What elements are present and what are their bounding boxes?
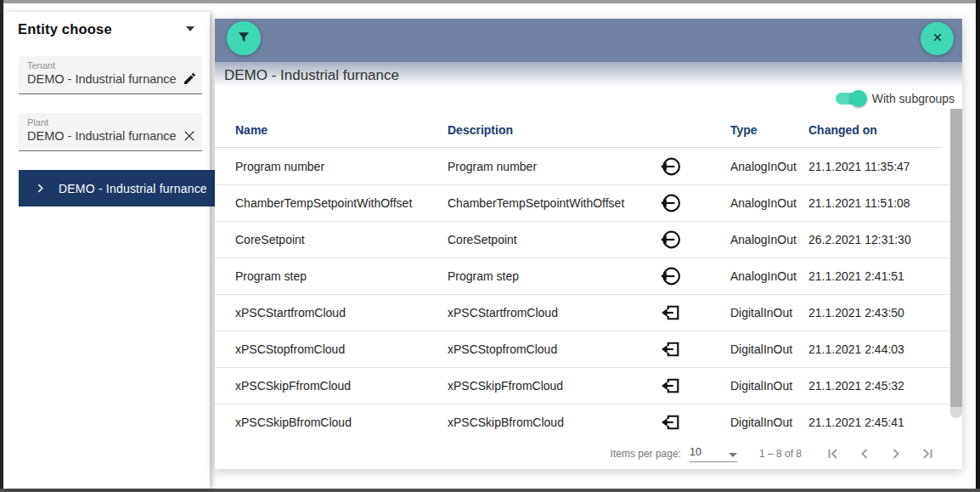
column-header-type[interactable]: Type	[730, 123, 808, 137]
table-row[interactable]: xPSCStopfromCloudxPSCStopfromCloudDigita…	[215, 331, 962, 368]
table-row[interactable]: Program numberProgram numberAnalogInOut2…	[215, 149, 962, 185]
column-header-changed-on[interactable]: Changed on	[808, 123, 942, 137]
row-description: xPSCSkipBfromCloud	[448, 416, 650, 429]
row-changed-on: 21.1.2021 2:41:51	[808, 269, 962, 283]
chevron-right-icon	[35, 183, 46, 194]
with-subgroups-toggle[interactable]	[836, 93, 865, 105]
select-caret-icon	[729, 453, 737, 457]
last-page-button[interactable]	[916, 443, 938, 465]
row-description: Program step	[448, 269, 650, 283]
column-header-description[interactable]: Description	[448, 123, 650, 137]
io-circle-arrow-icon	[650, 229, 730, 251]
row-type: DigitalInOut	[730, 342, 808, 356]
row-name: xPSCStartfromCloud	[235, 306, 448, 320]
table-body: Program numberProgram numberAnalogInOut2…	[215, 149, 962, 438]
table-row[interactable]: CoreSetpointCoreSetpointAnalogInOut26.2.…	[215, 222, 962, 258]
row-changed-on: 21.1.2021 2:44:03	[808, 342, 962, 356]
row-name: xPSCStopfromCloud	[235, 342, 448, 356]
tenant-field[interactable]: Tenant DEMO - Industrial furnance	[19, 56, 202, 94]
row-type: AnalogInOut	[730, 160, 808, 173]
row-type: DigitalInOut	[730, 416, 808, 429]
row-changed-on: 21.1.2021 11:51:08	[808, 196, 962, 210]
with-subgroups-row: With subgroups	[836, 89, 955, 108]
window-border-top	[0, 0, 980, 3]
row-changed-on: 21.1.2021 11:35:47	[808, 160, 962, 173]
plant-field[interactable]: Plant DEMO - Industrial furnance	[19, 113, 202, 151]
row-changed-on: 26.2.2021 12:31:30	[808, 233, 962, 246]
row-name: Program step	[235, 269, 448, 283]
toggle-knob	[850, 90, 867, 107]
row-name: Program number	[235, 160, 448, 173]
row-type: DigitalInOut	[730, 379, 808, 393]
row-name: xPSCSkipFfromCloud	[235, 379, 448, 393]
edit-pencil-icon[interactable]	[183, 71, 197, 86]
io-circle-arrow-icon	[650, 192, 730, 214]
row-name: ChamberTempSetpointWithOffset	[235, 196, 448, 210]
io-square-arrow-icon	[650, 411, 730, 433]
pagination-nav	[822, 443, 938, 465]
next-page-button[interactable]	[885, 443, 907, 465]
io-circle-arrow-icon	[650, 265, 730, 287]
table-row[interactable]: xPSCSkipBfromCloudxPSCSkipBfromCloudDigi…	[215, 404, 962, 438]
entity-choose-header: Entity choose	[18, 18, 200, 40]
row-type: DigitalInOut	[730, 306, 808, 320]
row-changed-on: 21.1.2021 2:45:41	[808, 416, 962, 429]
row-name: CoreSetpoint	[235, 233, 448, 246]
tenant-value: DEMO - Industrial furnance	[27, 72, 177, 86]
row-changed-on: 21.1.2021 2:43:50	[808, 306, 962, 320]
first-page-button[interactable]	[822, 443, 844, 465]
window-border-bottom	[0, 489, 980, 492]
close-button[interactable]	[921, 22, 954, 55]
table-row[interactable]: xPSCSkipFfromCloudxPSCSkipFfromCloudDigi…	[215, 368, 962, 404]
row-description: xPSCStopfromCloud	[448, 342, 650, 356]
entity-choose-panel: Entity choose Tenant DEMO - Industrial f…	[3, 12, 210, 489]
row-description: xPSCSkipFfromCloud	[448, 379, 650, 393]
row-type: AnalogInOut	[730, 233, 808, 246]
paginator: Items per page: 10 1 – 8 of 8	[215, 438, 962, 469]
scrollbar-thumb[interactable]	[950, 109, 962, 407]
table-header-row: Name Description Type Changed on	[215, 113, 942, 148]
io-circle-arrow-icon	[650, 156, 730, 178]
items-per-page-select[interactable]: 10	[690, 446, 737, 462]
row-description: Program number	[448, 160, 650, 173]
clear-x-icon[interactable]	[182, 128, 197, 144]
entity-choose-title: Entity choose	[18, 21, 112, 37]
row-description: ChamberTempSetpointWithOffset	[448, 196, 650, 210]
items-per-page-value: 10	[690, 446, 701, 458]
collapse-caret-icon[interactable]	[186, 26, 194, 31]
tenant-label: Tenant	[27, 60, 197, 71]
filter-button[interactable]	[227, 21, 261, 55]
table-row[interactable]: Program stepProgram stepAnalogInOut21.1.…	[215, 258, 962, 295]
with-subgroups-label: With subgroups	[872, 92, 955, 105]
row-changed-on: 21.1.2021 2:45:32	[808, 379, 962, 393]
page-range-label: 1 – 8 of 8	[759, 448, 802, 460]
row-description: xPSCStartfromCloud	[448, 306, 650, 320]
items-per-page-label: Items per page:	[611, 448, 681, 460]
table-row[interactable]: ChamberTempSetpointWithOffsetChamberTemp…	[215, 185, 962, 222]
tree-item-demo-furnance[interactable]: DEMO - Industrial furnance	[19, 170, 215, 206]
io-square-arrow-icon	[650, 375, 730, 397]
dialog-header-bar	[215, 19, 962, 62]
app-window: Entity choose Tenant DEMO - Industrial f…	[0, 0, 980, 492]
dialog-title: DEMO - Industrial furnance	[224, 67, 399, 84]
row-description: CoreSetpoint	[448, 233, 650, 246]
row-name: xPSCSkipBfromCloud	[235, 416, 448, 429]
filter-funnel-icon	[235, 29, 252, 48]
row-type: AnalogInOut	[730, 269, 808, 283]
row-type: AnalogInOut	[730, 196, 808, 210]
previous-page-button[interactable]	[853, 443, 876, 465]
entity-detail-dialog: DEMO - Industrial furnance With subgroup…	[215, 19, 962, 469]
window-border-right	[976, 0, 980, 492]
plant-label: Plant	[27, 117, 197, 127]
io-square-arrow-icon	[650, 338, 730, 360]
tree-item-label: DEMO - Industrial furnance	[59, 182, 207, 195]
io-square-arrow-icon	[650, 302, 730, 324]
plant-value: DEMO - Industrial furnance	[27, 129, 177, 143]
table-row[interactable]: xPSCStartfromCloudxPSCStartfromCloudDigi…	[215, 295, 962, 331]
column-header-name[interactable]: Name	[235, 123, 448, 137]
close-x-icon	[929, 29, 946, 48]
